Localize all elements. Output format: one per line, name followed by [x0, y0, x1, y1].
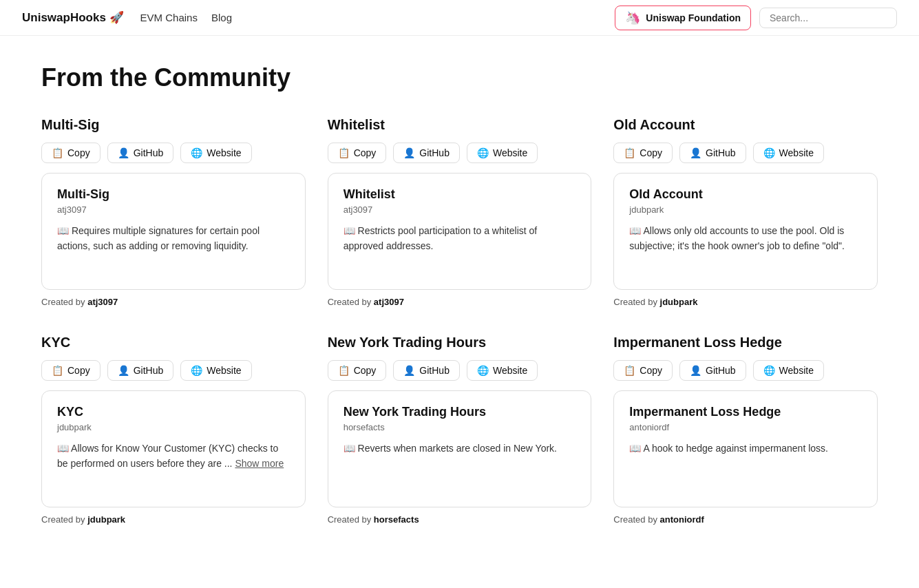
github-button-whitelist[interactable]: 👤 GitHub	[393, 143, 460, 163]
card-author-multi-sig: atj3097	[57, 204, 290, 215]
btn-row-kyc: 📋 Copy 👤 GitHub 🌐 Website	[41, 360, 306, 381]
github-button-ny-trading-hours[interactable]: 👤 GitHub	[393, 360, 460, 381]
copy-button-ny-trading-hours[interactable]: 📋 Copy	[328, 360, 387, 381]
website-button-old-account[interactable]: 🌐 Website	[753, 143, 824, 163]
hook-title-ny-trading-hours: New York Trading Hours	[328, 335, 592, 350]
copy-icon: 📋	[338, 147, 350, 158]
globe-icon: 🌐	[477, 365, 489, 376]
card-title-ny-trading-hours: New York Trading Hours	[344, 405, 576, 419]
card-author-kyc: jdubpark	[57, 422, 290, 432]
github-button-old-account[interactable]: 👤 GitHub	[679, 143, 746, 163]
globe-icon: 🌐	[191, 147, 202, 158]
hook-card-ny-trading-hours: New York Trading Hours horsefacts 📖 Reve…	[328, 390, 592, 507]
github-icon: 👤	[118, 365, 129, 376]
github-icon: 👤	[690, 365, 701, 376]
creator-link-kyc[interactable]: jdubpark	[87, 514, 125, 525]
website-button-whitelist[interactable]: 🌐 Website	[467, 143, 538, 163]
hook-card-multi-sig: Multi-Sig atj3097 📖 Requires multiple si…	[41, 173, 306, 290]
nav-blog[interactable]: Blog	[211, 12, 232, 23]
created-by-kyc: Created by jdubpark	[41, 514, 306, 525]
btn-row-whitelist: 📋 Copy 👤 GitHub 🌐 Website	[328, 143, 592, 163]
copy-icon: 📋	[338, 365, 350, 376]
btn-row-ny-trading-hours: 📋 Copy 👤 GitHub 🌐 Website	[328, 360, 592, 381]
main-content: From the Community Multi-Sig 📋 Copy 👤 Gi…	[0, 36, 919, 552]
hook-title-old-account: Old Account	[613, 117, 878, 133]
hook-section-whitelist: Whitelist 📋 Copy 👤 GitHub 🌐 Website Whit…	[328, 117, 592, 307]
copy-button-kyc[interactable]: 📋 Copy	[41, 360, 101, 381]
creator-link-impermanent-loss-hedge[interactable]: antoniordf	[660, 514, 704, 525]
github-icon: 👤	[118, 147, 129, 158]
creator-link-ny-trading-hours[interactable]: horsefacts	[374, 514, 419, 525]
card-desc-impermanent-loss-hedge: 📖 A hook to hedge against impermanent lo…	[629, 441, 862, 456]
card-desc-kyc: 📖 Allows for Know Your Customer (KYC) ch…	[57, 441, 290, 472]
website-button-multi-sig[interactable]: 🌐 Website	[180, 143, 251, 163]
page-title: From the Community	[41, 63, 878, 92]
btn-row-multi-sig: 📋 Copy 👤 GitHub 🌐 Website	[41, 143, 306, 163]
copy-button-old-account[interactable]: 📋 Copy	[613, 143, 673, 163]
uniswap-foundation-label: Uniswap Foundation	[646, 12, 741, 23]
nav-right: 🦄 Uniswap Foundation	[615, 6, 897, 30]
copy-button-impermanent-loss-hedge[interactable]: 📋 Copy	[613, 360, 673, 381]
website-button-ny-trading-hours[interactable]: 🌐 Website	[467, 360, 538, 381]
card-author-old-account: jdubpark	[629, 204, 862, 215]
card-desc-old-account: 📖 Allows only old accounts to use the po…	[629, 223, 862, 254]
hook-section-multi-sig: Multi-Sig 📋 Copy 👤 GitHub 🌐 Website Mult…	[41, 117, 306, 307]
card-desc-whitelist: 📖 Restricts pool participation to a whit…	[344, 223, 576, 254]
navbar: UniswapHooks 🚀 EVM Chains Blog 🦄 Uniswap…	[0, 0, 919, 36]
hook-section-impermanent-loss-hedge: Impermanent Loss Hedge 📋 Copy 👤 GitHub 🌐…	[613, 335, 878, 525]
created-by-multi-sig: Created by atj3097	[41, 297, 306, 307]
card-desc-ny-trading-hours: 📖 Reverts when markets are closed in New…	[344, 441, 576, 456]
creator-link-old-account[interactable]: jdubpark	[660, 297, 698, 307]
github-button-multi-sig[interactable]: 👤 GitHub	[107, 143, 174, 163]
globe-icon: 🌐	[191, 365, 202, 376]
github-button-kyc[interactable]: 👤 GitHub	[107, 360, 174, 381]
card-author-ny-trading-hours: horsefacts	[344, 422, 576, 432]
card-title-kyc: KYC	[57, 405, 290, 419]
card-author-whitelist: atj3097	[344, 204, 576, 215]
hook-card-old-account: Old Account jdubpark 📖 Allows only old a…	[613, 173, 878, 290]
hook-section-old-account: Old Account 📋 Copy 👤 GitHub 🌐 Website Ol…	[613, 117, 878, 307]
copy-icon: 📋	[624, 365, 635, 376]
created-by-ny-trading-hours: Created by horsefacts	[328, 514, 592, 525]
website-button-kyc[interactable]: 🌐 Website	[180, 360, 251, 381]
copy-button-whitelist[interactable]: 📋 Copy	[328, 143, 387, 163]
hook-card-kyc: KYC jdubpark 📖 Allows for Know Your Cust…	[41, 390, 306, 507]
hook-title-multi-sig: Multi-Sig	[41, 117, 306, 133]
github-icon: 👤	[403, 147, 415, 158]
created-by-impermanent-loss-hedge: Created by antoniordf	[613, 514, 878, 525]
created-by-whitelist: Created by atj3097	[328, 297, 592, 307]
globe-icon: 🌐	[477, 147, 489, 158]
copy-icon: 📋	[52, 365, 63, 376]
globe-icon: 🌐	[763, 147, 775, 158]
show-more-link[interactable]: Show more	[235, 458, 284, 469]
uniswap-icon: 🦄	[625, 10, 640, 25]
copy-icon: 📋	[624, 147, 635, 158]
card-title-impermanent-loss-hedge: Impermanent Loss Hedge	[629, 405, 862, 419]
card-author-impermanent-loss-hedge: antoniordf	[629, 422, 862, 432]
btn-row-old-account: 📋 Copy 👤 GitHub 🌐 Website	[613, 143, 878, 163]
hook-title-whitelist: Whitelist	[328, 117, 592, 133]
creator-link-multi-sig[interactable]: atj3097	[87, 297, 118, 307]
github-button-impermanent-loss-hedge[interactable]: 👤 GitHub	[679, 360, 746, 381]
hook-title-kyc: KYC	[41, 335, 306, 350]
website-button-impermanent-loss-hedge[interactable]: 🌐 Website	[753, 360, 824, 381]
hook-section-kyc: KYC 📋 Copy 👤 GitHub 🌐 Website KYC jdubpa…	[41, 335, 306, 525]
card-title-whitelist: Whitelist	[344, 187, 576, 202]
card-desc-multi-sig: 📖 Requires multiple signatures for certa…	[57, 223, 290, 254]
hook-title-impermanent-loss-hedge: Impermanent Loss Hedge	[613, 335, 878, 350]
search-input[interactable]	[759, 8, 897, 28]
uniswap-foundation-button[interactable]: 🦄 Uniswap Foundation	[615, 6, 751, 30]
nav-logo[interactable]: UniswapHooks 🚀	[22, 10, 124, 25]
creator-link-whitelist[interactable]: atj3097	[374, 297, 404, 307]
github-icon: 👤	[690, 147, 701, 158]
btn-row-impermanent-loss-hedge: 📋 Copy 👤 GitHub 🌐 Website	[613, 360, 878, 381]
globe-icon: 🌐	[763, 365, 775, 376]
card-title-old-account: Old Account	[629, 187, 862, 202]
created-by-old-account: Created by jdubpark	[613, 297, 878, 307]
hooks-grid: Multi-Sig 📋 Copy 👤 GitHub 🌐 Website Mult…	[41, 117, 878, 525]
hook-section-ny-trading-hours: New York Trading Hours 📋 Copy 👤 GitHub 🌐…	[328, 335, 592, 525]
hook-card-whitelist: Whitelist atj3097 📖 Restricts pool parti…	[328, 173, 592, 290]
copy-button-multi-sig[interactable]: 📋 Copy	[41, 143, 101, 163]
copy-icon: 📋	[52, 147, 63, 158]
nav-evm-chains[interactable]: EVM Chains	[140, 12, 198, 23]
